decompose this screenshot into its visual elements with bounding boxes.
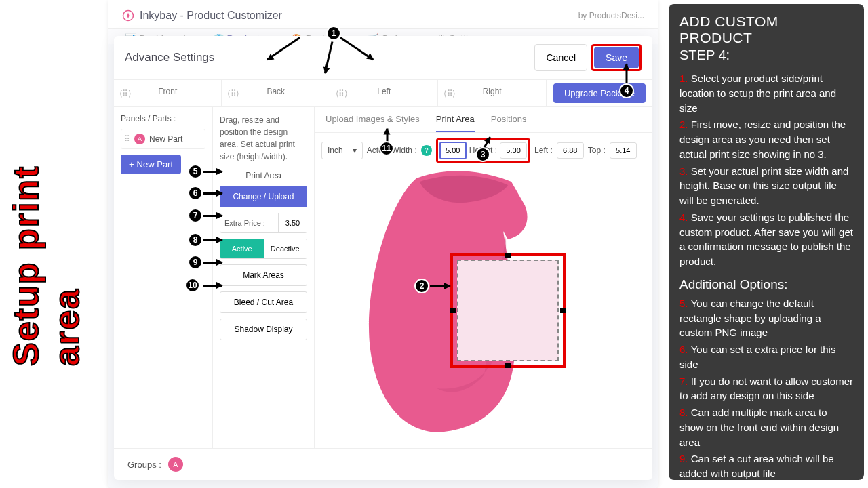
- side-tab-back[interactable]: ⟨ ⠿ ⟩Back: [222, 80, 330, 106]
- print-area-label: Print Area: [220, 171, 307, 180]
- side-tab-front[interactable]: ⟨ ⠿ ⟩Front: [114, 80, 222, 106]
- arrow: [203, 215, 222, 217]
- arrow: [203, 192, 222, 195]
- print-area-rect[interactable]: [450, 253, 566, 368]
- extra-price-field: Extra Price :: [220, 213, 307, 233]
- callout-3: 3: [475, 147, 490, 162]
- callout-11: 11: [379, 141, 394, 156]
- callout-9: 9: [188, 255, 203, 270]
- callout-2: 2: [414, 279, 429, 293]
- extra-price-input[interactable]: [278, 214, 307, 232]
- group-badge[interactable]: A: [168, 457, 183, 472]
- cancel-button[interactable]: Cancel: [534, 44, 587, 71]
- arrow: [203, 239, 222, 241]
- callout-10: 10: [185, 278, 200, 293]
- callout-4: 4: [619, 83, 634, 98]
- new-part-button[interactable]: + New Part: [121, 155, 181, 174]
- callout-1: 1: [326, 26, 341, 41]
- width-input[interactable]: [439, 142, 467, 159]
- arrow: [203, 171, 222, 173]
- print-area-inner[interactable]: [457, 260, 559, 361]
- resize-handle[interactable]: [450, 308, 456, 313]
- drag-instructions: Drag, resize and position the design are…: [220, 114, 307, 163]
- shadow-display-button[interactable]: Shadow Display: [220, 319, 307, 340]
- arrow: [203, 285, 222, 287]
- groups-label: Groups :: [127, 460, 161, 470]
- footer: Groups : A: [114, 448, 652, 480]
- arrow: [626, 64, 628, 85]
- additional-options-heading: Additional Options:: [679, 277, 853, 292]
- callout-8: 8: [188, 232, 203, 247]
- info-step: STEP 4:: [679, 47, 853, 63]
- help-icon[interactable]: ?: [421, 145, 432, 156]
- callout-6: 6: [188, 186, 203, 201]
- app-header: Inkybay - Product Customizer by Products…: [108, 0, 658, 29]
- by-line: by ProductsDesi...: [578, 11, 644, 20]
- inkybay-logo-icon: [122, 9, 134, 22]
- design-canvas[interactable]: [315, 168, 652, 448]
- sides-row: ⟨ ⠿ ⟩Front ⟨ ⠿ ⟩Back ⟨ ⠿ ⟩Left ⟨ ⠿ ⟩Righ…: [114, 80, 652, 107]
- canvas-tabs: Upload Images & Styles Print Area Positi…: [315, 107, 652, 133]
- resize-handle[interactable]: [505, 363, 511, 368]
- side-tab-left[interactable]: ⟨ ⠿ ⟩Left: [330, 80, 438, 106]
- info-panel: ADD CUSTOM PRODUCT STEP 4: 1. Select you…: [669, 4, 864, 480]
- panels-label: Panels / Parts :: [121, 114, 205, 123]
- unit-select[interactable]: Inch▾: [321, 142, 363, 159]
- side-tab-right[interactable]: ⟨ ⠿ ⟩Right: [438, 80, 546, 106]
- panels-sidebar: Panels / Parts : ⠿ A New Part + New Part: [114, 107, 213, 448]
- print-area-panel: Drag, resize and position the design are…: [213, 107, 315, 448]
- tab-upload[interactable]: Upload Images & Styles: [326, 114, 420, 132]
- arrow: [203, 262, 222, 264]
- left-input[interactable]: [557, 142, 584, 159]
- callout-7: 7: [188, 208, 203, 223]
- resize-handle[interactable]: [505, 253, 511, 258]
- active-toggle: Active Deactive: [220, 239, 307, 259]
- app-title: Inkybay - Product Customizer: [140, 9, 282, 22]
- change-upload-button[interactable]: Change / Upload: [220, 186, 307, 207]
- page-title: Setup print area: [5, 122, 87, 366]
- mark-areas-button[interactable]: Mark Areas: [220, 264, 307, 286]
- top-input[interactable]: [610, 142, 637, 159]
- tab-print-area[interactable]: Print Area: [436, 114, 475, 132]
- arrow: [430, 285, 450, 287]
- resize-handle[interactable]: [560, 308, 566, 313]
- drag-handle-icon[interactable]: ⠿: [124, 134, 130, 144]
- save-button[interactable]: Save: [594, 47, 639, 68]
- active-button[interactable]: Active: [220, 239, 264, 258]
- part-item[interactable]: ⠿ A New Part: [121, 129, 205, 149]
- height-input[interactable]: [500, 142, 527, 159]
- tab-positions[interactable]: Positions: [491, 114, 527, 132]
- modal-title: Advance Settings: [125, 51, 214, 64]
- modal-header: Advance Settings Cancel Save: [114, 36, 652, 80]
- deactive-button[interactable]: Deactive: [264, 239, 307, 258]
- callout-5: 5: [188, 164, 203, 179]
- info-title: ADD CUSTOM PRODUCT: [679, 14, 853, 46]
- bleed-cut-button[interactable]: Bleed / Cut Area: [220, 291, 307, 313]
- part-badge: A: [134, 134, 145, 144]
- arrow: [387, 129, 389, 142]
- chevron-down-icon: ▾: [353, 146, 357, 155]
